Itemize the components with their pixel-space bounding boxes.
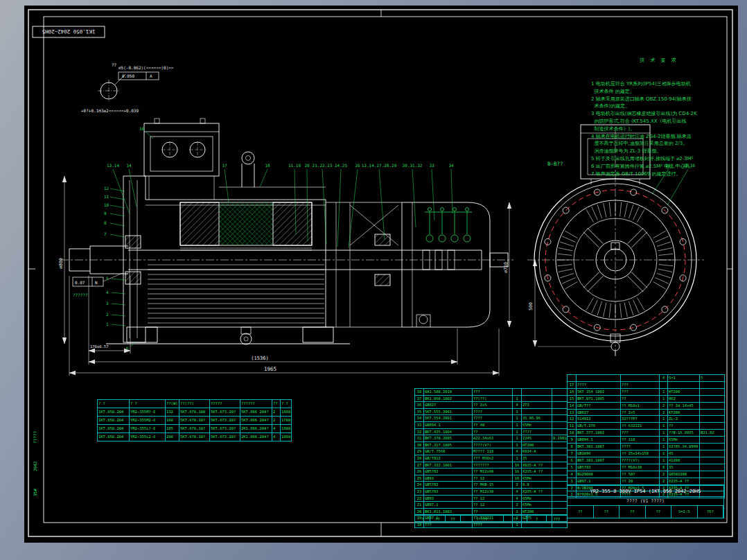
table-row: 1KT.050.204YR2~355M2-81605KT.670.10?5KT.… xyxy=(98,417,292,425)
table-row: ???????????????? xyxy=(415,516,568,523)
table-row: 3GB97.1?? 202X235—A ?? xyxy=(568,478,725,484)
table-row: 1KT.050.204YR2~355L2-82005KT.670.10?5KT.… xyxy=(98,433,292,441)
table-row: 7GB1096?? 25x14x158145 xyxy=(568,450,725,457)
svg-text:2: 2 xyxy=(106,312,109,317)
svg-text:11.19: 11.19 xyxy=(288,163,301,168)
table-row: 22GB93?? 12465Mn xyxy=(415,495,568,502)
runout-note: ?????? xyxy=(73,292,88,297)
svg-text:12: 12 xyxy=(104,186,109,191)
detail-frame-tolerance: 0.050 xyxy=(122,73,134,78)
spec-table: ? ?? ???(W)??(??)?????????????? ?1KT.050… xyxy=(97,399,292,441)
table-row: 4BG29000?? 50?2G8502280 xyxy=(568,471,725,478)
table-row: 31BKT.370.2005A22.34x63122450.19816 xyxy=(415,435,568,442)
table-row: 4S=15 xyxy=(568,375,725,382)
table-row: 37BK1.860.1002??(??)1 xyxy=(415,395,568,402)
brush-gear xyxy=(425,208,472,243)
note-line: 术条件)的规定。 xyxy=(591,103,727,110)
svg-text:6: 6 xyxy=(126,346,129,351)
svg-text:7: 7 xyxy=(104,231,107,236)
table-row: 29GB/T.7568M???? 1184K034-A xyxy=(415,448,568,455)
detail-frame-datum: A xyxy=(150,73,152,78)
table-row: 10BKT.377.1002???1??B-16.X935B21.82 xyxy=(568,430,725,437)
svg-text:21.22.23: 21.22.23 xyxy=(313,163,333,168)
svg-text:13.14.27.28.29: 13.14.27.28.29 xyxy=(362,163,397,168)
title-block: YR2-355-8 380V IP54 (IKT.050 2042~20H5 ?… xyxy=(567,485,724,518)
table-row: 23GB5783?? M12x304X235-A ?? xyxy=(415,488,568,495)
svg-text:18: 18 xyxy=(265,163,270,168)
dim-shaft-extension: 170±0.57 xyxy=(90,344,109,349)
table-row: 25GB93?? 121665Mn xyxy=(415,475,568,482)
note-line: 4 轴承在电机运行时注油 ZG4-2锂基脂,轴承温 xyxy=(591,133,727,141)
note-line: 润滑油脂牌号为 ZL-3 锂基脂。 xyxy=(591,148,727,155)
table-row: 33GB894.1?? 40165Mn xyxy=(415,421,568,428)
table-row: 355KT.555.2001????1 xyxy=(415,408,568,415)
svg-text:26: 26 xyxy=(355,163,360,168)
table-row: 6BKT.301.1007????(V?)141200 xyxy=(568,457,725,464)
section-label: B—B?? xyxy=(547,161,563,167)
svg-text:17: 17 xyxy=(222,163,227,168)
note-line: 2 轴承采用原装进口轴承 QBZ.150-94(轴承技 xyxy=(591,96,727,103)
title-block-name: ???? (V1 ????) xyxy=(568,497,723,506)
dimensions xyxy=(64,176,612,376)
table-row: ? ?? ???(W)??(??)?????????????? ? xyxy=(98,400,292,408)
signature-strip: ???????????????? xyxy=(414,515,568,523)
dim-left-diameter: ⌀800 xyxy=(58,258,64,269)
bom-table-left: 380A1.500.2010???37BK1.860.1002??(??)136… xyxy=(414,388,568,528)
table-row: 12S1491232???P?1ZL—3 xyxy=(568,416,725,423)
title-block-cell: ?? xyxy=(619,506,646,518)
table-row: 32BKT.435.1004??1???? xyxy=(415,428,568,435)
svg-text:13.14: 13.14 xyxy=(107,163,119,168)
runout-datum: N xyxy=(95,280,98,285)
note-line: 度不高于运转中,油脂加注采用总量的 2/3。 xyxy=(591,140,727,148)
table-row: 17??????? xyxy=(568,381,725,388)
corner-label: 1K1.050 2042~20H5 xyxy=(42,28,96,35)
title-block-cell: ?? xyxy=(646,506,672,518)
note-line: 7 噪声测定按 GB/T 10069 的规定进行。 xyxy=(591,170,727,178)
table-row: 165KT 354 1002???1HT200 xyxy=(568,388,725,395)
dim-inner: (1536) xyxy=(251,356,268,361)
notes-lines: 1 电动机应符合 YR系列(IP54)三相异步电动机 技术条件 的规定。2 轴承… xyxy=(591,80,727,177)
note-line: 5 转子及引出线孔用堵板封好,接线端子 ⌀2-3M² xyxy=(591,155,727,163)
svg-text:16: 16 xyxy=(139,126,145,131)
title-block-cell: ?5? xyxy=(698,506,724,518)
table-row: 9GB894.1?? 110165Mn xyxy=(568,437,725,444)
table-row: 27BKT.322.1001???????16X035-A ?? xyxy=(415,462,568,469)
note-line: 1 电动机应符合 YR系列(IP54)三相异步电动机 xyxy=(591,80,727,88)
svg-text:10: 10 xyxy=(104,202,109,207)
table-row: 8BKT.301.1007????1X2?85.34.0999 xyxy=(568,444,725,450)
title-block-cell: ?? xyxy=(594,506,620,518)
title-block-cells: ????????S=1:5?5? xyxy=(568,506,723,518)
table-row: 36GB827?? 2x542T3 xyxy=(415,402,568,409)
note-line: 技术条件 的规定。 xyxy=(591,88,727,96)
svg-text:14: 14 xyxy=(126,163,132,168)
dim-right-diameter: ⌀710 xyxy=(503,262,509,273)
table-row: 30BKT.317.1005????(V?)1HT200 xyxy=(415,441,568,448)
svg-text:5: 5 xyxy=(106,276,109,281)
technical-notes: 技 术 要 求 1 电动机应符合 YR系列(IP54)三相异步电动机 技术条件 … xyxy=(591,42,727,185)
table-row: 1KT.050.204YR2~355L?-81855KT.670.10?5KT.… xyxy=(98,425,292,433)
title-block-cell: S=1:5 xyxy=(671,506,698,518)
svg-text:34: 34 xyxy=(448,163,454,168)
svg-text:33: 33 xyxy=(429,163,434,168)
svg-text:3: 3 xyxy=(106,301,109,306)
dim-overall: 1965 xyxy=(264,366,276,372)
margin-label: 2042 xyxy=(33,462,37,471)
detail-flag: 77 xyxy=(112,62,117,67)
detail-tolerance-line: ⌀5(-0.062)(<<<<<<(0)>> xyxy=(118,65,174,70)
note-line: 的防护形式,符合 (KT.545.XX《电机引出线 xyxy=(591,118,727,125)
svg-text:24.25: 24.25 xyxy=(335,163,347,168)
drawing-sheet: 1K1.050 2042~20H5 77 ⌀5(-0.062)(<<<<<<(0… xyxy=(24,6,738,543)
table-row: 1KT.050.204YR2~355M?-81325KT.670.1005KT.… xyxy=(98,408,292,417)
title-block-model: YR2-355-8 380V IP54 (IKT.050 2042~20H5 xyxy=(568,486,723,497)
motor-side-view xyxy=(60,119,513,344)
table-row: 345KT.554.2001????135.86.96 xyxy=(415,415,568,422)
note-line: 6 出厂前所有紧固件拧紧,⌀2.5M² 电缆,中心高。 xyxy=(591,163,727,170)
svg-text:9: 9 xyxy=(104,211,107,216)
table-row: 13GB827?? 2x52KT200 xyxy=(568,409,725,416)
table-row: 24GB5782?? M6B-1528.8 xyxy=(415,482,568,489)
svg-text:30.31.32: 30.31.32 xyxy=(403,163,423,168)
svg-text:8: 8 xyxy=(104,220,107,225)
title-block-cell: ?? xyxy=(568,506,594,518)
detail-lower-tolerance: +0?+0.1H3≥2<<<<<<+0.039 xyxy=(81,108,139,113)
bom-table-right: 4S=1517???????165KT 354 1002???1HT20015B… xyxy=(567,374,725,498)
